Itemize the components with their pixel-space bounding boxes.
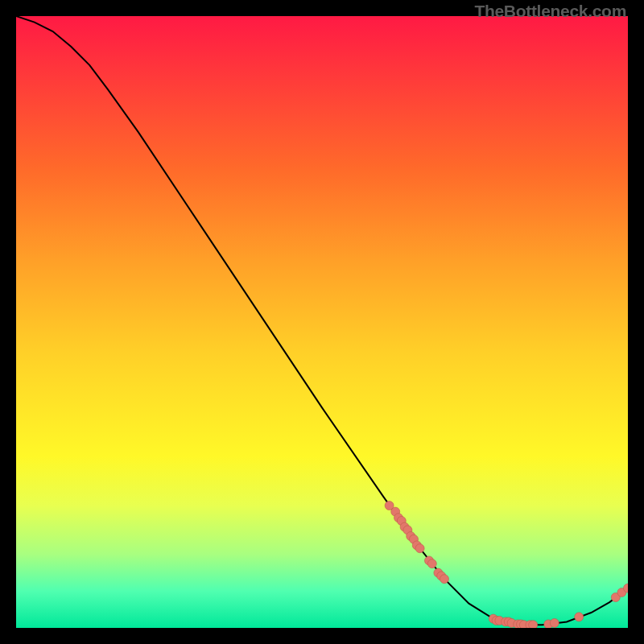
- chart-container: TheBottleneck.com: [0, 0, 644, 644]
- watermark-text: TheBottleneck.com: [474, 2, 626, 21]
- gradient-background: [16, 16, 628, 628]
